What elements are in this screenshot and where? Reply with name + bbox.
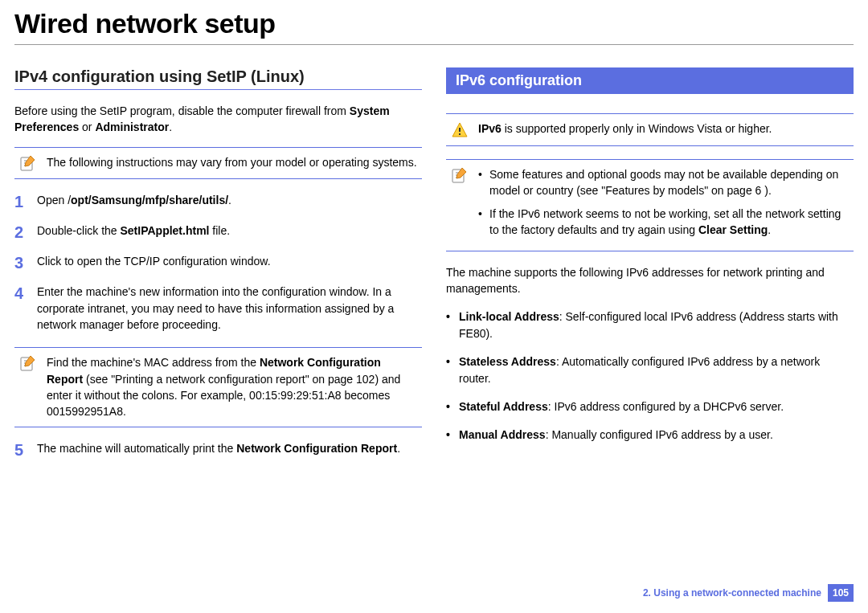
t: file. <box>209 224 230 237</box>
t: (see "Printing a network configuration r… <box>47 373 400 419</box>
ipv6-warn: IPv6 is supported properly only in Windo… <box>446 113 854 146</box>
page-number: 105 <box>828 584 854 602</box>
t: Stateless Address <box>459 355 556 368</box>
note-text: Some features and optional goods may not… <box>478 166 850 244</box>
t: IPv6 <box>478 122 502 135</box>
t: Manual Address <box>459 428 546 441</box>
t: : IPv6 address configured by a DHCPv6 se… <box>548 400 784 413</box>
left-column: IPv4 configuration using SetIP (Linux) B… <box>14 67 422 471</box>
svg-rect-3 <box>459 133 461 135</box>
ipv4-intro: Before using the SetIP program, disable … <box>14 103 422 136</box>
note-item: Some features and optional goods may not… <box>478 166 850 199</box>
t: SetIPApplet.html <box>121 224 210 237</box>
warn-text: IPv6 is supported properly only in Windo… <box>478 121 850 137</box>
ipv6-note: Some features and optional goods may not… <box>446 159 854 251</box>
t: Before using the SetIP program, disable … <box>14 104 350 117</box>
step-2: Double-click the SetIPApplet.html file. <box>14 223 422 239</box>
t: Administrator <box>95 121 169 133</box>
right-column: IPv6 configuration IPv6 is supported pro… <box>446 67 854 471</box>
t: or <box>79 121 95 133</box>
content-columns: IPv4 configuration using SetIP (Linux) B… <box>14 67 854 471</box>
note-icon <box>18 354 39 372</box>
ipv6-banner: IPv6 configuration <box>446 67 854 94</box>
note-text: The following instructions may vary from… <box>47 154 419 170</box>
t: The machine will automatically print the <box>37 442 236 455</box>
t: Double-click the <box>37 224 121 237</box>
page-title: Wired network setup <box>14 8 854 45</box>
ipv6-address-list: Link-local Address: Self-configured loca… <box>446 309 854 443</box>
note-mac: Find the machine's MAC address from the … <box>14 347 422 427</box>
step-4: Enter the machine's new information into… <box>14 284 422 333</box>
t: . <box>397 442 400 455</box>
t: is supported properly only in Windows Vi… <box>502 122 772 135</box>
list-item: Link-local Address: Self-configured loca… <box>446 309 854 342</box>
list-item: Stateless Address: Automatically configu… <box>446 353 854 387</box>
t: . <box>768 223 771 236</box>
note-icon <box>18 154 39 172</box>
t: Open / <box>37 194 71 206</box>
setip-steps-cont: The machine will automatically print the… <box>14 440 422 456</box>
step-3: Click to open the TCP/IP configuration w… <box>14 253 422 269</box>
page-footer: 2. Using a network-connected machine 105 <box>643 584 854 602</box>
list-item: Manual Address: Manually configured IPv6… <box>446 427 854 443</box>
note-text: Find the machine's MAC address from the … <box>47 354 419 419</box>
setip-steps: Open /opt/Samsung/mfp/share/utils/. Doub… <box>14 192 422 333</box>
t: If the IPv6 network seems to not be work… <box>489 207 841 236</box>
ipv6-para: The machine supports the following IPv6 … <box>446 264 854 297</box>
note-vary: The following instructions may vary from… <box>14 147 422 179</box>
note-icon <box>449 166 470 184</box>
note-item: If the IPv6 network seems to not be work… <box>478 206 850 239</box>
chapter-label: 2. Using a network-connected machine <box>643 587 821 599</box>
t: . <box>228 194 231 206</box>
t: opt/Samsung/mfp/share/utils/ <box>71 194 228 206</box>
step-5: The machine will automatically print the… <box>14 440 422 456</box>
svg-rect-2 <box>459 128 461 132</box>
ipv4-heading: IPv4 configuration using SetIP (Linux) <box>14 67 422 90</box>
t: Network Configuration Report <box>236 442 397 455</box>
t: Stateful Address <box>459 400 548 413</box>
t: Clear Setting <box>698 223 768 236</box>
step-1: Open /opt/Samsung/mfp/share/utils/. <box>14 192 422 208</box>
warning-icon <box>449 121 470 139</box>
list-item: Stateful Address: IPv6 address configure… <box>446 398 854 415</box>
t: . <box>169 121 172 133</box>
t: Link-local Address <box>459 310 559 323</box>
t: Find the machine's MAC address from the <box>47 356 260 369</box>
t: : Manually configured IPv6 address by a … <box>546 428 773 441</box>
